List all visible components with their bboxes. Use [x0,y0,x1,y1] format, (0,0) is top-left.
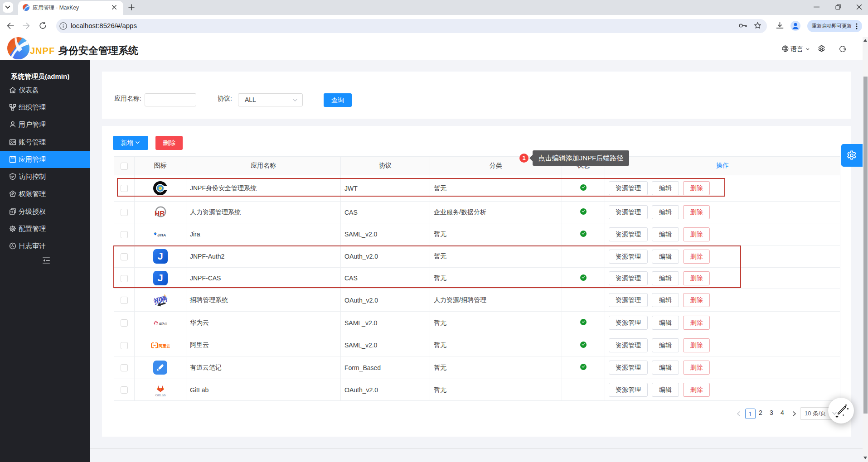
svg-text:华为云: 华为云 [159,322,168,326]
svg-text:GitLab: GitLab [155,393,166,397]
svg-text:JIRA: JIRA [157,233,166,237]
svg-text:阿里云: 阿里云 [159,343,170,348]
svg-text:HR: HR [155,209,165,217]
